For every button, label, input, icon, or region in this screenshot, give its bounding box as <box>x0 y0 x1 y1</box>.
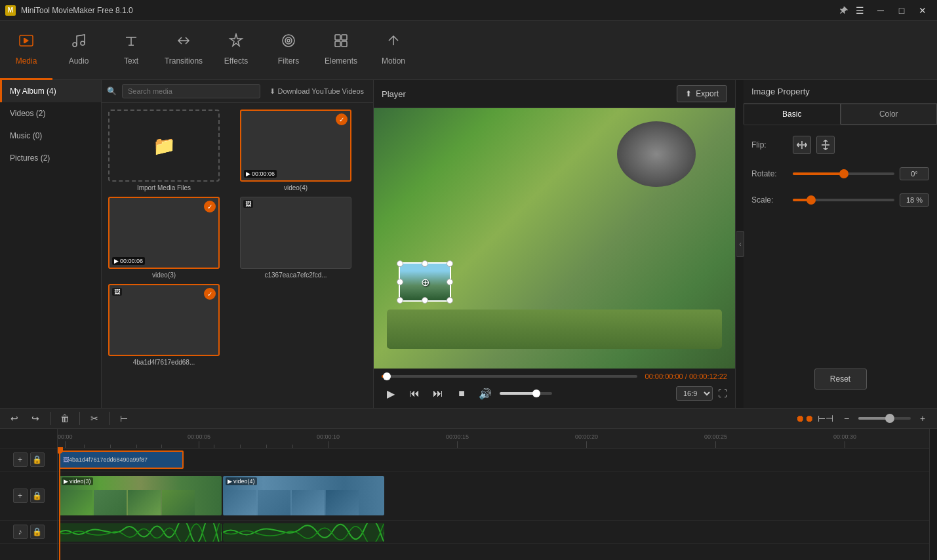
volume-slider[interactable] <box>500 392 552 395</box>
audio-track <box>58 521 929 544</box>
reset-button[interactable]: Reset <box>814 369 867 390</box>
video-clip-2[interactable]: ▶ video(4) <box>223 476 384 515</box>
flip-vertical-button[interactable] <box>816 136 835 154</box>
toolbar-item-transitions[interactable]: Transitions <box>157 21 210 80</box>
play-button[interactable]: ▶ <box>382 384 400 403</box>
sidebar-item-myalbum[interactable]: My Album (4) <box>0 80 101 102</box>
sidebar-item-music[interactable]: Music (0) <box>0 125 101 147</box>
progress-thumb[interactable] <box>383 372 391 380</box>
fit-track-button[interactable]: ⊢⊣ <box>816 410 835 426</box>
fullscreen-button[interactable]: ⛶ <box>718 388 727 399</box>
add-video-track-button[interactable]: + <box>13 489 28 503</box>
search-input[interactable] <box>122 84 260 98</box>
sidebar-item-pictures[interactable]: Pictures (2) <box>0 147 101 169</box>
toolbar-item-motion[interactable]: Motion <box>367 21 420 80</box>
svg-point-5 <box>287 39 290 42</box>
lock-audio-track-button[interactable]: 🔒 <box>30 525 45 539</box>
zoom-slider[interactable] <box>858 417 911 420</box>
next-frame-button[interactable]: ⏭ <box>429 384 447 403</box>
audio-track-button[interactable]: ♪ <box>13 525 28 539</box>
handle-bc[interactable] <box>422 297 428 304</box>
media-item-video4[interactable]: ▶ 00:00:06 ✓ video(4) <box>240 110 367 191</box>
scale-slider-thumb[interactable] <box>807 195 816 205</box>
flip-horizontal-button[interactable] <box>793 136 811 154</box>
progress-bar[interactable] <box>382 375 637 378</box>
text-icon <box>123 33 139 52</box>
rotate-slider-fill <box>793 172 844 175</box>
playhead[interactable] <box>59 449 60 560</box>
media-item-4ba1d[interactable]: 🖼 ✓ 4ba1d4f7617edd68... <box>108 284 235 366</box>
player-header: Player ⬆ Export <box>374 80 735 108</box>
image-clip[interactable]: 🖼 4ba1d4f7617edd68490a99f87 <box>59 450 184 469</box>
pin-button[interactable] <box>837 4 850 17</box>
rm-m7 <box>266 443 267 448</box>
handle-tl[interactable] <box>397 260 403 267</box>
timeline-scrollbar[interactable] <box>929 429 937 560</box>
toolbar-item-elements[interactable]: Elements <box>315 21 367 80</box>
maximize-button[interactable]: □ <box>892 4 911 17</box>
sidebar-item-videos[interactable]: Videos (2) <box>0 102 101 125</box>
delete-button[interactable]: 🗑 <box>56 410 74 426</box>
prev-frame-button[interactable]: ⏮ <box>405 384 424 403</box>
lock-video-track-button[interactable]: 🔒 <box>30 489 45 503</box>
music-label: Music (0) <box>10 131 42 140</box>
svg-rect-7 <box>342 35 347 40</box>
handle-mr[interactable] <box>447 279 453 285</box>
split-button[interactable]: ⊢ <box>115 410 133 426</box>
handle-br[interactable] <box>447 297 453 304</box>
rotate-slider-thumb[interactable] <box>839 169 848 178</box>
tc-audio-track-controls: ♪ 🔒 <box>0 521 57 544</box>
redo-button[interactable]: ↪ <box>26 410 45 426</box>
toolbar-item-effects[interactable]: Effects <box>210 21 262 80</box>
window-controls: ☰ ─ □ ✕ <box>850 4 932 17</box>
tab-color[interactable]: Color <box>841 104 938 125</box>
ruler-mark-30: 00:00:30 <box>833 433 856 448</box>
right-panel-content: Flip: Rotate: 0 <box>744 125 937 217</box>
scale-slider[interactable] <box>793 199 894 201</box>
lock-image-track-button[interactable]: 🔒 <box>30 452 45 467</box>
video-track: ▶ video(3) ▶ video(4) <box>58 471 929 521</box>
media-item-video3[interactable]: ▶ 00:00:06 ✓ video(3) <box>108 197 235 279</box>
import-media-item[interactable]: 📁 Import Media Files <box>108 110 235 191</box>
cut-button[interactable]: ✂ <box>85 410 104 426</box>
volume-button[interactable]: 🔊 <box>476 384 494 403</box>
handle-tc[interactable] <box>422 260 428 267</box>
zoom-in-button[interactable]: + <box>913 410 932 426</box>
toolbar-item-text[interactable]: Text <box>105 21 157 80</box>
aspect-ratio-select[interactable]: 16:9 4:3 1:1 9:16 <box>676 386 713 401</box>
scale-value[interactable]: 18 % <box>900 193 929 207</box>
export-button[interactable]: ⬆ Export <box>677 85 727 102</box>
menu-button[interactable]: ☰ <box>850 4 869 17</box>
rotate-slider[interactable] <box>793 172 894 175</box>
player-overlay-image[interactable]: ⊕ <box>399 262 451 302</box>
stop-button[interactable]: ■ <box>452 384 471 403</box>
scrollbar-track[interactable] <box>930 429 937 560</box>
rotate-value[interactable]: 0° <box>900 167 929 180</box>
media-item-c1367[interactable]: 🖼 c1367eaca7efc2fcd... <box>240 197 367 279</box>
record-button[interactable]: ⏺⏺ <box>795 410 814 426</box>
titlebar: M MiniTool MovieMaker Free 8.1.0 ☰ ─ □ ✕ <box>0 0 937 21</box>
toolbar-divider-1 <box>50 412 50 425</box>
media-panel: 🔍 ⬇ Download YouTube Videos 📁 Import Med… <box>102 80 374 408</box>
handle-bl[interactable] <box>397 297 403 304</box>
zoom-out-button[interactable]: − <box>837 410 856 426</box>
close-button[interactable]: ✕ <box>913 4 932 17</box>
video-clip-1[interactable]: ▶ video(3) <box>59 476 222 515</box>
handle-tr[interactable] <box>447 260 453 267</box>
tab-basic[interactable]: Basic <box>744 104 841 125</box>
toolbar-item-filters[interactable]: Filters <box>262 21 315 80</box>
download-youtube-button[interactable]: ⬇ Download YouTube Videos <box>266 85 369 98</box>
player-title: Player <box>382 89 406 99</box>
toolbar-item-audio[interactable]: Audio <box>52 21 105 80</box>
undo-button[interactable]: ↩ <box>5 410 24 426</box>
minimize-button[interactable]: ─ <box>871 4 890 17</box>
panel-collapse-handle[interactable]: ‹ <box>736 231 744 257</box>
add-image-track-button[interactable]: + <box>13 452 28 467</box>
timeline-content[interactable]: 00:00 00:00:05 00:00:10 00:00:15 00:00:2… <box>58 429 929 560</box>
toolbar-item-media[interactable]: Media <box>0 21 52 80</box>
handle-ml[interactable] <box>397 279 403 285</box>
volume-thumb[interactable] <box>532 390 540 397</box>
import-box[interactable]: 📁 <box>108 110 220 182</box>
tc-video-track-controls: + 🔒 <box>0 471 57 521</box>
zoom-thumb[interactable] <box>885 414 894 423</box>
